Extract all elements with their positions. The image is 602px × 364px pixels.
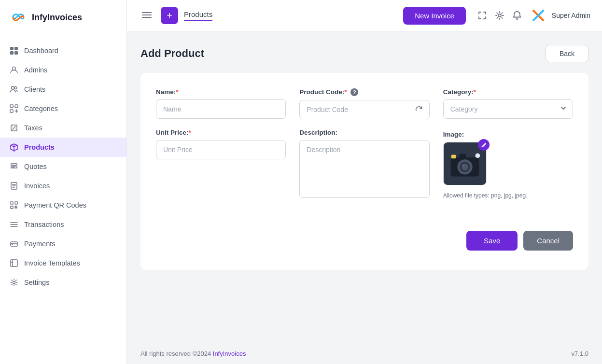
footer-version: v7.1.0 [572,350,588,357]
svg-point-24 [498,14,501,17]
svg-rect-33 [459,154,466,158]
sidebar-item-label: Settings [24,279,49,286]
svg-rect-17 [11,242,17,246]
svg-rect-19 [11,260,17,266]
user-avatar-icon [530,7,547,24]
svg-rect-18 [12,244,13,245]
category-group: Category:* Category [443,88,573,119]
allowed-file-types-text: Allowed file types: png, jpg, jpeg. [443,192,573,199]
hamburger-icon [141,10,152,20]
sidebar-item-invoice-templates[interactable]: Invoice Templates [0,253,126,273]
svg-rect-11 [11,202,13,204]
svg-point-5 [12,86,14,89]
svg-point-32 [462,165,464,167]
user-menu[interactable]: Super Admin [530,7,590,24]
templates-icon [10,259,18,267]
topbar: + Products New Invoice [127,0,602,31]
sidebar-item-label: Taxes [24,124,42,132]
form-row-1: Name:* Product Code:* ? [156,88,573,129]
sidebar-item-payment-qr[interactable]: Payment QR Codes [0,196,126,215]
unit-price-input[interactable] [156,140,286,159]
app-name: InfyInvoices [32,13,82,23]
refresh-product-code-button[interactable] [409,100,430,119]
new-invoice-button[interactable]: New Invoice [403,7,466,25]
notifications-button[interactable] [512,11,522,20]
sidebar-item-label: Invoice Templates [24,259,80,267]
sidebar-item-payments[interactable]: Payments [0,234,126,253]
save-button[interactable]: Save [466,231,518,251]
product-code-label: Product Code:* ? [299,88,429,96]
sidebar-item-transactions[interactable]: Transactions [0,215,126,234]
add-product-form-card: Name:* Product Code:* ? [140,73,588,270]
qr-icon [10,201,18,210]
description-textarea[interactable] [299,140,429,198]
sidebar-item-taxes[interactable]: Taxes [0,118,126,138]
description-group: Description: [299,129,429,200]
image-group: Image: [443,131,573,200]
product-code-group: Product Code:* ? [299,88,429,119]
svg-rect-13 [11,206,13,209]
unit-price-group: Unit Price:* [156,129,286,200]
svg-rect-34 [451,154,456,158]
sidebar-item-label: Clients [24,85,45,93]
image-upload-wrapper [443,142,487,185]
sidebar-item-label: Transactions [24,221,64,228]
sidebar-item-settings[interactable]: Settings [0,273,126,292]
fullscreen-icon [477,11,487,20]
svg-point-31 [462,164,468,170]
footer-copyright: All rights reserved ©2024 InfyInvoices [140,350,246,357]
sidebar-item-label: Payments [24,240,55,248]
name-group: Name:* [156,88,286,119]
footer-link[interactable]: InfyInvoices [213,350,246,357]
svg-point-35 [475,153,480,158]
form-row-2: Unit Price:* Description: Image: [156,129,573,210]
app-logo-icon [10,9,27,26]
svg-point-6 [14,87,17,89]
sidebar-item-invoices[interactable]: Invoices [0,176,126,196]
sidebar-item-products[interactable]: Products [0,138,126,157]
svg-rect-2 [10,51,14,55]
category-select-wrapper: Category [443,99,573,119]
name-label: Name:* [156,88,286,96]
name-input[interactable] [156,99,286,119]
sidebar: InfyInvoices Dashboard Admins Clients [0,0,127,364]
invoices-icon [10,182,18,190]
fullscreen-button[interactable] [477,11,487,20]
transactions-icon [10,220,18,229]
sidebar-item-quotes[interactable]: Quotes [0,157,126,176]
hamburger-button[interactable] [139,7,155,25]
image-label: Image: [443,131,573,138]
page-header: Add Product Back [140,45,588,62]
category-select[interactable]: Category [443,99,573,119]
refresh-icon [415,106,423,113]
edit-image-button[interactable] [478,139,490,151]
topbar-actions: Super Admin [477,7,590,24]
svg-point-20 [13,281,15,284]
page-title: Add Product [140,47,204,60]
svg-rect-12 [15,202,17,204]
svg-rect-1 [14,47,18,50]
products-icon [10,143,18,152]
cancel-button[interactable]: Cancel [523,231,573,251]
admins-icon [10,66,18,74]
svg-rect-3 [14,51,18,55]
sidebar-item-clients[interactable]: Clients [0,80,126,99]
payments-icon [10,239,18,248]
sidebar-item-categories[interactable]: Categories [0,99,126,118]
back-button[interactable]: Back [546,45,588,62]
topbar-tab-label: Products [184,10,212,21]
sidebar-item-dashboard[interactable]: Dashboard [0,41,126,60]
sidebar-item-label: Quotes [24,163,47,170]
sidebar-item-label: Products [24,143,55,151]
add-button[interactable]: + [161,7,178,24]
sidebar-item-label: Dashboard [24,47,58,55]
product-code-help-icon[interactable]: ? [350,88,358,96]
sidebar-item-label: Invoices [24,182,50,190]
product-code-input[interactable] [299,100,408,119]
svg-rect-7 [10,105,13,108]
sidebar-item-admins[interactable]: Admins [0,60,126,80]
categories-icon [10,104,18,113]
unit-price-label: Unit Price:* [156,129,286,136]
settings-button[interactable] [495,11,504,20]
form-actions: Save Cancel [156,223,573,251]
